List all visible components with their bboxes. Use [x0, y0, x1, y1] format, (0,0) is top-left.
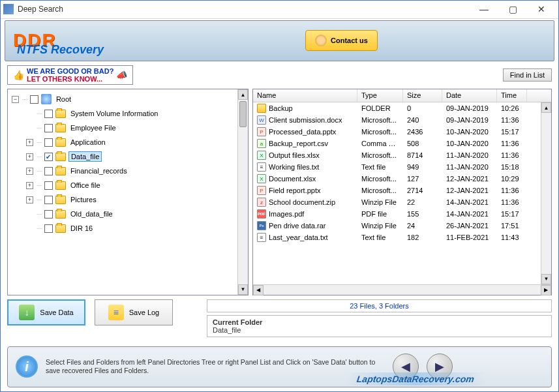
- folder-icon: [55, 167, 66, 175]
- expand-icon[interactable]: +: [26, 153, 33, 160]
- tree-scrollbar[interactable]: ▲ ▼: [237, 89, 248, 294]
- scroll-right-icon[interactable]: ▶: [541, 285, 551, 295]
- expand-icon[interactable]: +: [26, 196, 33, 204]
- minimize-button[interactable]: —: [470, 1, 498, 18]
- file-time: 10:26: [497, 104, 527, 112]
- scroll-up-icon[interactable]: ▲: [541, 102, 551, 113]
- checkbox[interactable]: [44, 181, 53, 190]
- tree-node[interactable]: ····Old_data_file: [9, 207, 236, 221]
- log-icon: [108, 305, 124, 320]
- node-label: Application: [68, 138, 108, 147]
- collapse-icon[interactable]: −: [12, 96, 19, 103]
- checkbox[interactable]: [44, 196, 53, 204]
- file-time: 15:18: [497, 163, 527, 171]
- ppt-icon: P: [257, 127, 266, 136]
- scroll-down-icon[interactable]: ▼: [238, 284, 248, 295]
- col-size[interactable]: Size: [403, 89, 442, 102]
- file-date: 10-JAN-2020: [442, 140, 497, 147]
- file-size: 22: [403, 198, 442, 206]
- list-row[interactable]: PField report.pptxMicrosoft...271412-JAN…: [253, 185, 551, 196]
- list-row[interactable]: PsPen drive data.rarWinzip File2426-JAN-…: [253, 220, 551, 232]
- list-row[interactable]: ≡Last_year_data.txtText file18211-FEB-20…: [253, 232, 551, 243]
- node-label: Office file: [68, 181, 102, 190]
- checkbox[interactable]: [44, 210, 53, 219]
- node-label: System Volume Information: [68, 109, 160, 118]
- checkbox[interactable]: [44, 224, 53, 233]
- tree-node[interactable]: +····Pictures: [9, 192, 236, 207]
- col-type[interactable]: Type: [357, 89, 403, 102]
- list-row[interactable]: PDFImages.pdfPDF file15514-JAN-202115:17: [253, 208, 551, 220]
- file-time: 15:17: [497, 210, 527, 218]
- scroll-thumb[interactable]: [239, 101, 247, 127]
- expand-icon[interactable]: +: [26, 168, 33, 175]
- list-row[interactable]: XDocument.xlsxMicrosoft...12712-JAN-2021…: [253, 173, 551, 185]
- find-in-list-button[interactable]: Find in List: [503, 68, 552, 82]
- file-date: 11-JAN-2020: [442, 151, 497, 159]
- list-row[interactable]: ≡Working files.txtText file94911-JAN-202…: [253, 161, 551, 173]
- tree-node[interactable]: +····Office file: [9, 178, 236, 192]
- footer-hint: Select Files and Folders from left Panel…: [46, 358, 385, 376]
- col-name[interactable]: Name: [253, 89, 357, 102]
- file-type: PDF file: [357, 210, 403, 218]
- file-size: 8714: [403, 151, 442, 159]
- file-name: School document.zip: [269, 198, 335, 206]
- list-row[interactable]: zSchool document.zipWinzip File2214-JAN-…: [253, 196, 551, 208]
- contact-us-button[interactable]: Contact us: [305, 30, 378, 51]
- scroll-down-icon[interactable]: ▼: [541, 274, 551, 284]
- file-size: 949: [403, 163, 442, 171]
- save-data-button[interactable]: Save Data: [7, 299, 85, 325]
- folder-icon: [55, 181, 66, 190]
- file-type: Microsoft...: [357, 128, 403, 136]
- pdf-icon: PDF: [257, 209, 266, 219]
- maximize-button[interactable]: ▢: [498, 1, 527, 18]
- tree-node[interactable]: +····Financial_records: [9, 164, 236, 178]
- close-button[interactable]: ✕: [527, 1, 556, 18]
- file-size: 2436: [403, 128, 442, 136]
- list-body[interactable]: BackupFOLDER009-JAN-201910:26WClient sub…: [253, 102, 551, 284]
- drive-icon: [41, 94, 52, 104]
- checkbox[interactable]: [44, 167, 53, 175]
- checkbox[interactable]: [44, 110, 53, 118]
- file-date: 11-JAN-2020: [442, 163, 497, 171]
- list-row[interactable]: aBackup_report.csvComma S...50810-JAN-20…: [253, 138, 551, 149]
- watermark: LaptopsDataRecovery.com: [344, 372, 487, 385]
- checkbox[interactable]: [30, 95, 38, 104]
- list-row[interactable]: WClient submission.docxMicrosoft...24009…: [253, 114, 551, 126]
- tree-node[interactable]: ····System Volume Information: [9, 106, 236, 121]
- list-vscrollbar[interactable]: ▲ ▼: [541, 102, 551, 284]
- file-time: 11:36: [497, 140, 527, 147]
- checkbox[interactable]: [44, 138, 53, 147]
- tree-root[interactable]: −····Root: [9, 92, 236, 106]
- file-list-panel: Name Type Size Date Time BackupFOLDER009…: [252, 89, 552, 295]
- list-hscrollbar[interactable]: ◀ ▶: [253, 284, 551, 295]
- file-type: Microsoft...: [357, 116, 403, 124]
- promo-line2: LET OTHERS KNOW...: [27, 75, 113, 83]
- file-name: Field report.pptx: [269, 187, 320, 194]
- col-time[interactable]: Time: [497, 89, 527, 102]
- save-log-label: Save Log: [129, 309, 159, 316]
- folder-icon: [55, 210, 66, 219]
- tree-body[interactable]: −····Root····System Volume Information··…: [8, 89, 237, 294]
- tree-node[interactable]: ····DIR 16: [9, 221, 236, 235]
- promo-banner[interactable]: 👍 WE ARE GOOD OR BAD? LET OTHERS KNOW...…: [7, 65, 133, 85]
- checkbox[interactable]: ✔: [44, 153, 53, 161]
- folder-icon: [55, 153, 66, 161]
- save-data-label: Save Data: [40, 309, 73, 316]
- current-folder-value: Data_file: [213, 326, 546, 334]
- list-row[interactable]: PProcessed_data.pptxMicrosoft...243610-J…: [253, 126, 551, 138]
- scroll-up-icon[interactable]: ▲: [238, 89, 248, 100]
- folder-icon: [257, 104, 266, 113]
- tree-node[interactable]: +····✔Data_file: [9, 149, 236, 164]
- list-row[interactable]: BackupFOLDER009-JAN-201910:26: [253, 102, 551, 114]
- expand-icon[interactable]: +: [26, 139, 33, 146]
- checkbox[interactable]: [44, 124, 53, 132]
- node-label: Employee File: [68, 123, 118, 132]
- list-row[interactable]: XOutput files.xlsxMicrosoft...871411-JAN…: [253, 149, 551, 161]
- save-log-button[interactable]: Save Log: [95, 299, 173, 325]
- expand-icon[interactable]: +: [26, 182, 33, 189]
- tree-node[interactable]: +····Application: [9, 135, 236, 149]
- save-icon: [19, 305, 35, 320]
- col-date[interactable]: Date: [442, 89, 497, 102]
- scroll-left-icon[interactable]: ◀: [253, 285, 264, 295]
- tree-node[interactable]: ····Employee File: [9, 121, 236, 135]
